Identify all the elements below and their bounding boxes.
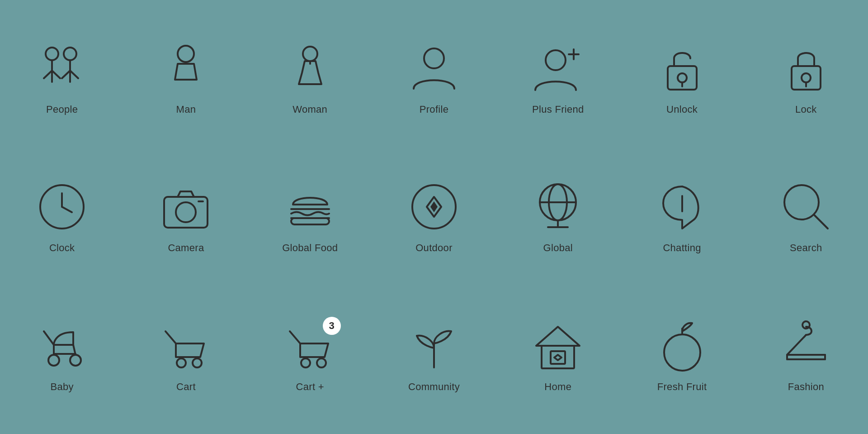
- icon-cell-people[interactable]: People: [0, 9, 124, 148]
- svg-point-12: [424, 48, 444, 68]
- woman-icon: [283, 41, 337, 95]
- svg-line-42: [44, 331, 54, 345]
- baby-label: Baby: [50, 381, 73, 393]
- svg-marker-33: [430, 201, 438, 212]
- icon-cell-unlock[interactable]: Unlock: [620, 9, 744, 148]
- svg-point-49: [177, 358, 186, 367]
- svg-rect-30: [291, 218, 329, 224]
- svg-point-20: [802, 73, 811, 82]
- fresh-fruit-label: Fresh Fruit: [657, 381, 707, 393]
- man-label: Man: [176, 104, 196, 115]
- svg-point-50: [193, 358, 202, 367]
- icon-cell-profile[interactable]: Profile: [372, 9, 496, 148]
- icon-cell-lock[interactable]: Lock: [744, 9, 868, 148]
- chatting-icon: [655, 180, 709, 234]
- fashion-icon: [779, 319, 833, 373]
- clock-icon: [35, 180, 89, 234]
- icon-cell-home[interactable]: Home: [496, 286, 620, 425]
- svg-marker-58: [554, 355, 561, 360]
- svg-point-17: [678, 73, 687, 82]
- svg-point-4: [64, 48, 76, 60]
- svg-point-0: [46, 48, 58, 60]
- icon-cell-cart[interactable]: Cart: [124, 286, 248, 425]
- svg-line-48: [165, 331, 176, 343]
- svg-rect-57: [551, 351, 565, 364]
- svg-line-6: [62, 71, 70, 78]
- svg-point-8: [178, 46, 194, 62]
- svg-point-45: [70, 355, 81, 366]
- icon-cell-chatting[interactable]: Chatting: [620, 148, 744, 286]
- global-icon: [531, 180, 585, 234]
- icon-cell-global-food[interactable]: Global Food: [248, 148, 372, 286]
- svg-point-26: [176, 202, 196, 222]
- icon-cell-community[interactable]: Community: [372, 286, 496, 425]
- fashion-label: Fashion: [788, 381, 824, 393]
- svg-point-13: [546, 50, 566, 70]
- people-icon: [35, 41, 89, 95]
- profile-icon: [407, 41, 461, 95]
- svg-line-3: [52, 71, 60, 78]
- people-label: People: [46, 104, 78, 115]
- icon-cell-camera[interactable]: Camera: [124, 148, 248, 286]
- profile-label: Profile: [420, 104, 448, 115]
- svg-point-44: [48, 355, 59, 366]
- unlock-icon: [655, 41, 709, 95]
- chatting-label: Chatting: [663, 242, 701, 254]
- cart-plus-label: Cart +: [296, 381, 324, 393]
- home-icon: [531, 319, 585, 373]
- camera-label: Camera: [168, 242, 204, 254]
- outdoor-icon: [407, 180, 461, 234]
- svg-rect-56: [542, 346, 574, 368]
- svg-point-59: [664, 334, 700, 371]
- svg-point-10: [303, 47, 317, 61]
- icon-cell-global[interactable]: Global: [496, 148, 620, 286]
- cart-plus-wrapper: 3: [283, 319, 337, 373]
- search-label: Search: [790, 242, 822, 254]
- clock-label: Clock: [49, 242, 75, 254]
- icon-cell-woman[interactable]: Woman: [248, 9, 372, 148]
- icon-cell-baby[interactable]: Baby: [0, 286, 124, 425]
- global-label: Global: [543, 242, 573, 254]
- plus-friend-icon: [531, 41, 585, 95]
- icon-cell-fashion[interactable]: Fashion: [744, 286, 868, 425]
- woman-label: Woman: [292, 104, 327, 115]
- cart-icon: [159, 319, 213, 373]
- icon-cell-clock[interactable]: Clock: [0, 148, 124, 286]
- plus-friend-label: Plus Friend: [532, 104, 584, 115]
- home-label: Home: [544, 381, 571, 393]
- svg-point-53: [317, 358, 326, 367]
- global-food-label: Global Food: [282, 242, 338, 254]
- community-label: Community: [408, 381, 460, 393]
- svg-line-2: [44, 71, 52, 78]
- fresh-fruit-icon: [655, 319, 709, 373]
- icon-cell-fresh-fruit[interactable]: Fresh Fruit: [620, 286, 744, 425]
- svg-marker-55: [536, 327, 580, 346]
- search-icon: [779, 180, 833, 234]
- icon-cell-outdoor[interactable]: Outdoor: [372, 148, 496, 286]
- icon-cell-man[interactable]: Man: [124, 9, 248, 148]
- icon-cell-plus-friend[interactable]: Plus Friend: [496, 9, 620, 148]
- icon-cell-search[interactable]: Search: [744, 148, 868, 286]
- cart-label: Cart: [176, 381, 196, 393]
- svg-line-7: [70, 71, 78, 78]
- lock-label: Lock: [795, 104, 817, 115]
- svg-line-51: [290, 331, 300, 343]
- global-food-icon: [283, 180, 337, 234]
- icon-cell-cart-plus[interactable]: 3 Cart +: [248, 286, 372, 425]
- camera-icon: [159, 180, 213, 234]
- baby-icon: [35, 319, 89, 373]
- man-icon: [159, 41, 213, 95]
- svg-line-24: [62, 207, 72, 212]
- cart-plus-badge: 3: [323, 317, 341, 335]
- icon-grid: People Man Woman Profile: [0, 0, 868, 434]
- outdoor-label: Outdoor: [415, 242, 453, 254]
- community-icon: [407, 319, 461, 373]
- unlock-label: Unlock: [666, 104, 698, 115]
- svg-point-52: [301, 358, 310, 367]
- lock-icon: [779, 41, 833, 95]
- svg-line-41: [814, 215, 828, 229]
